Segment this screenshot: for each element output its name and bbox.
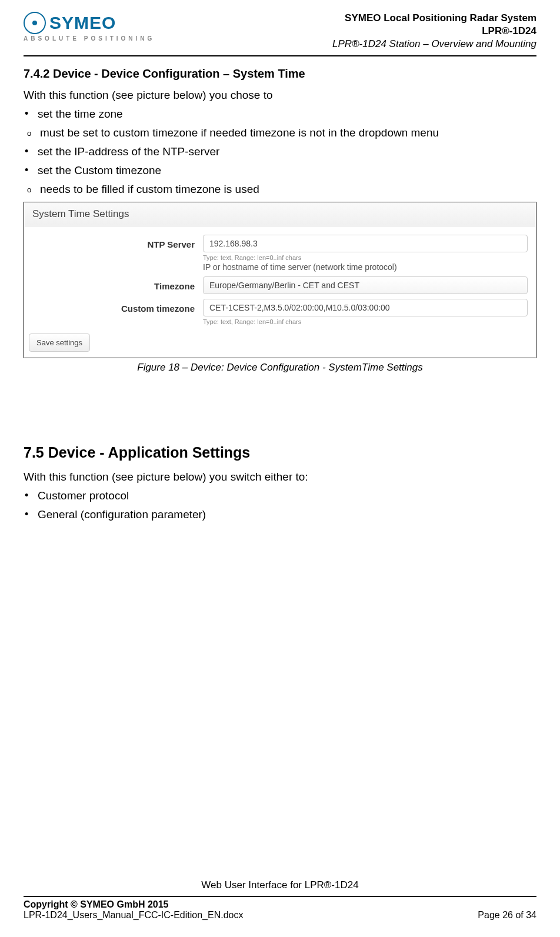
list-item: must be set to custom timezone if needed…	[40, 126, 536, 139]
list-item: set the IP-address of the NTP-server	[38, 145, 536, 158]
heading-7-5: 7.5 Device - Application Settings	[24, 444, 536, 461]
list-item: General (configuration parameter)	[38, 508, 536, 521]
custom-tz-label: Custom timezone	[32, 299, 203, 314]
bullet-list: set the time zone	[24, 108, 536, 121]
logo-icon	[24, 12, 46, 34]
bullet-list: set the IP-address of the NTP-server set…	[24, 145, 536, 177]
heading-7-4-2: 7.4.2 Device - Device Configuration – Sy…	[24, 67, 536, 81]
footer-section-title: Web User Interface for LPR®-1D24	[24, 879, 536, 891]
logo-subtitle: ABSOLUTE POSITIONING	[24, 35, 155, 42]
header-right: SYMEO Local Positioning Radar System LPR…	[332, 12, 536, 51]
header-line1: SYMEO Local Positioning Radar System	[332, 12, 536, 25]
embedded-screenshot: System Time Settings NTP Server Type: te…	[24, 202, 536, 358]
intro-text-75: With this function (see picture below) y…	[24, 471, 536, 483]
header-line3: LPR®-1D24 Station – Overview and Mountin…	[332, 38, 536, 51]
list-item: Customer protocol	[38, 489, 536, 502]
bullet-list: Customer protocol General (configuration…	[24, 489, 536, 521]
timezone-select[interactable]: Europe/Germany/Berlin - CET and CEST	[203, 276, 528, 294]
custom-tz-hint: Type: text, Range: len=0..inf chars	[203, 318, 528, 325]
custom-tz-input[interactable]	[203, 299, 528, 316]
list-item: needs to be filled if custom timezone is…	[40, 183, 536, 196]
logo-text: SYMEO	[49, 13, 116, 33]
timezone-label: Timezone	[32, 276, 203, 291]
page-header: SYMEO ABSOLUTE POSITIONING SYMEO Local P…	[24, 12, 536, 56]
logo: SYMEO ABSOLUTE POSITIONING	[24, 12, 155, 42]
ntp-help: IP or hostname of time server (network t…	[203, 262, 528, 272]
sub-list: needs to be filled if custom timezone is…	[24, 183, 536, 196]
ntp-hint: Type: text, Range: len=0..inf chars	[203, 254, 528, 261]
header-line2: LPR®-1D24	[332, 25, 536, 38]
sub-list: must be set to custom timezone if needed…	[24, 126, 536, 139]
footer-filename: LPR-1D24_Users_Manual_FCC-IC-Edition_EN.…	[24, 910, 243, 921]
panel-title: System Time Settings	[24, 202, 536, 226]
footer-copyright: Copyright © SYMEO GmbH 2015	[24, 899, 243, 910]
ntp-server-input[interactable]	[203, 235, 528, 252]
save-settings-button[interactable]: Save settings	[29, 334, 90, 352]
page-footer: Web User Interface for LPR®-1D24 Copyrig…	[24, 879, 536, 921]
figure-caption: Figure 18 – Device: Device Configuration…	[24, 362, 536, 374]
footer-page-number: Page 26 of 34	[478, 910, 536, 921]
intro-text: With this function (see picture below) y…	[24, 89, 536, 102]
list-item: set the time zone	[38, 108, 536, 121]
list-item: set the Custom timezone	[38, 164, 536, 177]
ntp-label: NTP Server	[32, 235, 203, 249]
